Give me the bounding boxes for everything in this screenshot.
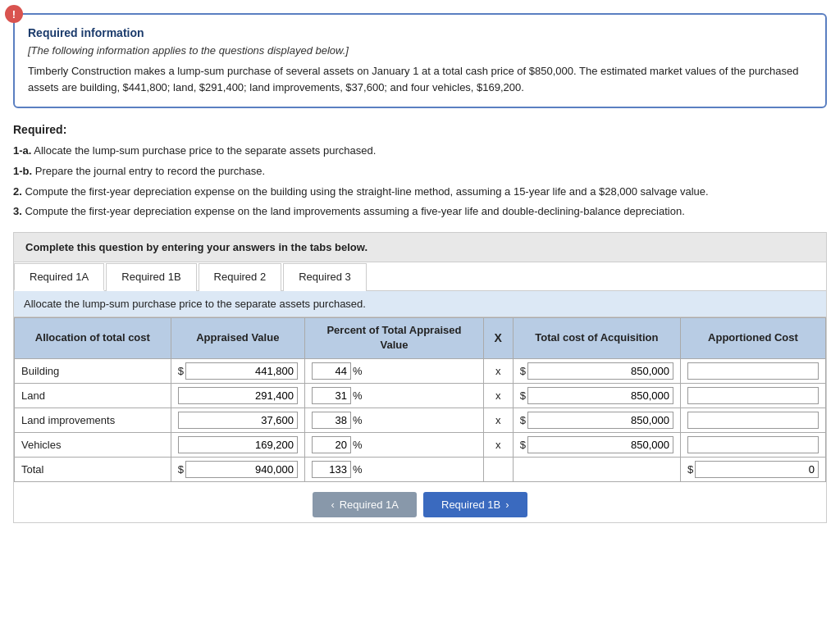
col-header-2: Appraised Value	[171, 318, 304, 358]
next-button-label: Required 1B	[441, 499, 500, 511]
row-label-total: Total	[15, 457, 171, 481]
table-row: Vehicles % x	[15, 432, 826, 457]
appraised-input-vehicles[interactable]	[178, 436, 298, 453]
percent-cell-land: %	[305, 383, 484, 408]
col-header-x: X	[483, 318, 513, 358]
percent-input-land[interactable]	[312, 387, 351, 404]
percent-sign: %	[353, 439, 363, 451]
x-cell-vehicles: x	[483, 432, 513, 457]
required-item-3: 3. Compute the first-year depreciation e…	[13, 203, 827, 221]
prev-chevron-icon: ‹	[331, 499, 334, 511]
tab-required-1a[interactable]: Required 1A	[14, 263, 104, 291]
prev-button-label: Required 1A	[340, 499, 399, 511]
appraised-value-building: $	[171, 358, 304, 383]
instruction-text: Allocate the lump-sum purchase price to …	[24, 298, 366, 310]
total-cost-land: $	[513, 383, 680, 408]
percent-cell-vehicles: %	[305, 432, 484, 457]
table-row: Land improvements % x	[15, 408, 826, 432]
apportioned-cell-land	[680, 383, 825, 408]
next-chevron-icon: ›	[505, 499, 509, 511]
required-list: 1-a. Allocate the lump-sum purchase pric…	[13, 143, 827, 221]
apportioned-cell-total: $	[680, 457, 825, 481]
appraised-input-land[interactable]	[178, 387, 298, 404]
alert-icon: !	[5, 5, 23, 23]
apportioned-cell-land-improvements	[680, 408, 825, 432]
appraised-value-vehicles	[171, 432, 304, 457]
total-cost-building: $	[513, 358, 680, 383]
percent-cell-building: %	[305, 358, 484, 383]
total-cost-land-improvements: $	[513, 408, 680, 432]
prev-button[interactable]: ‹ Required 1A	[313, 492, 417, 517]
instruction-bar: Allocate the lump-sum purchase price to …	[14, 291, 826, 317]
info-subtitle: [The following information applies to th…	[28, 44, 812, 57]
total-cost-vehicles: $	[513, 432, 680, 457]
complete-text: Complete this question by entering your …	[25, 241, 368, 253]
total-input-land-improvements[interactable]	[527, 412, 673, 429]
total-input-vehicles[interactable]	[527, 436, 673, 453]
tab-required-1b[interactable]: Required 1B	[106, 263, 196, 291]
row-label-building: Building	[15, 358, 171, 383]
appraised-input-building[interactable]	[185, 362, 298, 380]
apportioned-input-vehicles[interactable]	[687, 436, 819, 453]
tab-required-2[interactable]: Required 2	[199, 263, 282, 291]
info-box: ! Required information [The following in…	[13, 13, 827, 108]
apportioned-input-land-improvements[interactable]	[687, 412, 819, 429]
info-body: Timberly Construction makes a lump-sum p…	[28, 63, 812, 95]
total-input-land[interactable]	[527, 387, 673, 404]
table-row-total: Total $ %	[15, 457, 826, 481]
percent-input-vehicles[interactable]	[312, 436, 351, 453]
percent-input-total[interactable]	[312, 461, 351, 478]
info-title: Required information	[28, 26, 812, 39]
required-item-1a: 1-a. Allocate the lump-sum purchase pric…	[13, 143, 827, 160]
required-item-2: 2. Compute the first-year depreciation e…	[13, 184, 827, 201]
nav-buttons: ‹ Required 1A Required 1B ›	[14, 482, 826, 522]
row-label-land-improvements: Land improvements	[15, 408, 171, 432]
table-row: Building $ % x	[15, 358, 826, 383]
appraised-value-land-improvements	[171, 408, 304, 432]
row-label-vehicles: Vehicles	[15, 432, 171, 457]
next-button[interactable]: Required 1B ›	[423, 492, 527, 517]
table-row: Land % x $	[15, 383, 826, 408]
percent-sign: %	[353, 463, 363, 476]
percent-input-building[interactable]	[312, 362, 351, 380]
percent-sign: %	[353, 365, 363, 377]
required-item-1b: 1-b. Prepare the journal entry to record…	[13, 163, 827, 180]
apportioned-input-total[interactable]	[695, 461, 819, 478]
appraised-value-land	[171, 383, 304, 408]
appraised-input-land-improvements[interactable]	[178, 412, 298, 429]
percent-cell-total: %	[305, 457, 484, 481]
percent-cell-land-improvements: %	[305, 408, 484, 432]
total-input-building[interactable]	[527, 362, 673, 380]
percent-sign: %	[353, 389, 363, 402]
allocation-table: Allocation of total cost Appraised Value…	[14, 317, 826, 481]
apportioned-cell-vehicles	[680, 432, 825, 457]
col-header-1: Allocation of total cost	[15, 318, 171, 358]
col-header-6: Apportioned Cost	[680, 318, 825, 358]
tabs-container: Required 1A Required 1B Required 2 Requi…	[13, 262, 827, 522]
x-cell-land: x	[483, 383, 513, 408]
required-title: Required:	[13, 123, 827, 136]
x-cell-land-improvements: x	[483, 408, 513, 432]
col-header-3: Percent of Total Appraised Value	[305, 318, 484, 358]
apportioned-cell-building	[680, 358, 825, 383]
appraised-value-total: $	[171, 457, 304, 481]
apportioned-input-land[interactable]	[687, 387, 819, 404]
tab-required-3[interactable]: Required 3	[283, 263, 367, 291]
apportioned-input-building[interactable]	[687, 362, 819, 380]
appraised-input-total[interactable]	[185, 461, 298, 478]
x-cell-building: x	[483, 358, 513, 383]
required-section: Required: 1-a. Allocate the lump-sum pur…	[13, 123, 827, 221]
dollar-sign: $	[178, 365, 184, 377]
percent-input-land-improvements[interactable]	[312, 412, 351, 429]
percent-sign: %	[353, 414, 363, 426]
tabs-row: Required 1A Required 1B Required 2 Requi…	[14, 262, 826, 291]
row-label-land: Land	[15, 383, 171, 408]
tab-content: Allocate the lump-sum purchase price to …	[14, 291, 826, 521]
x-cell-total	[483, 457, 513, 481]
total-cost-total	[513, 457, 680, 481]
complete-box: Complete this question by entering your …	[13, 232, 827, 262]
col-header-5: Total cost of Acquisition	[513, 318, 680, 358]
